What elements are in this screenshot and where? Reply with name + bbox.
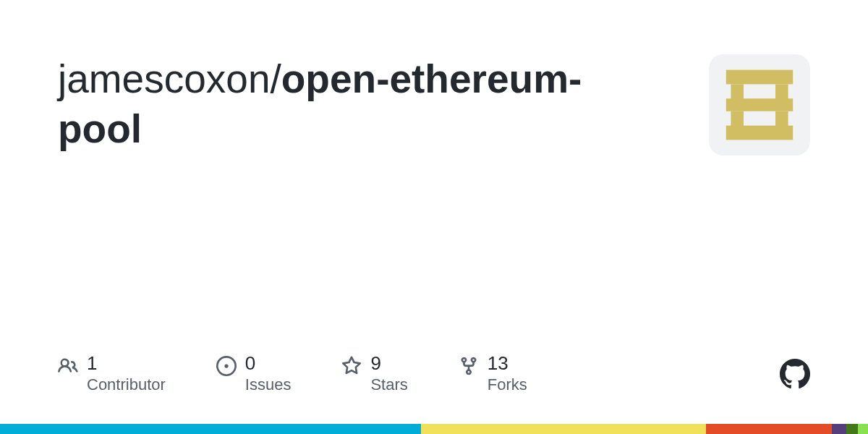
svg-rect-2 bbox=[731, 84, 744, 100]
issues-count: 0 bbox=[245, 353, 292, 374]
people-icon bbox=[58, 356, 78, 376]
lang-shell bbox=[858, 424, 868, 434]
stat-contributors[interactable]: 1 Contributor bbox=[58, 353, 166, 394]
star-icon bbox=[341, 356, 362, 376]
issue-icon bbox=[216, 356, 237, 376]
svg-rect-7 bbox=[726, 126, 793, 140]
stars-label: Stars bbox=[370, 375, 407, 394]
svg-rect-3 bbox=[775, 84, 788, 100]
repo-owner[interactable]: jamescoxon bbox=[58, 56, 270, 101]
svg-rect-4 bbox=[726, 98, 793, 111]
issues-label: Issues bbox=[245, 375, 292, 394]
stats-row: 1 Contributor 0 Issues 9 S bbox=[58, 353, 810, 434]
github-logo-icon[interactable] bbox=[780, 359, 810, 389]
fork-icon bbox=[459, 356, 479, 376]
language-bar bbox=[0, 424, 868, 434]
lang-makefile bbox=[846, 424, 858, 434]
lang-html bbox=[706, 424, 832, 434]
stat-forks[interactable]: 13 Forks bbox=[459, 353, 527, 394]
stars-count: 9 bbox=[370, 353, 407, 374]
svg-rect-5 bbox=[731, 111, 744, 127]
forks-label: Forks bbox=[488, 375, 527, 394]
stat-stars[interactable]: 9 Stars bbox=[341, 353, 407, 394]
lang-javascript bbox=[421, 424, 706, 434]
lang-go bbox=[0, 424, 421, 434]
stat-issues[interactable]: 0 Issues bbox=[216, 353, 292, 394]
svg-rect-6 bbox=[775, 111, 788, 127]
svg-rect-1 bbox=[726, 70, 793, 85]
avatar-icon bbox=[720, 65, 799, 145]
forks-count: 13 bbox=[488, 353, 527, 374]
lang-css bbox=[832, 424, 846, 434]
repo-title: jamescoxon/open-ethereum-pool bbox=[58, 54, 622, 154]
repo-separator: / bbox=[270, 56, 281, 101]
avatar[interactable] bbox=[709, 54, 810, 156]
contributors-label: Contributor bbox=[87, 375, 166, 394]
contributors-count: 1 bbox=[87, 353, 166, 374]
